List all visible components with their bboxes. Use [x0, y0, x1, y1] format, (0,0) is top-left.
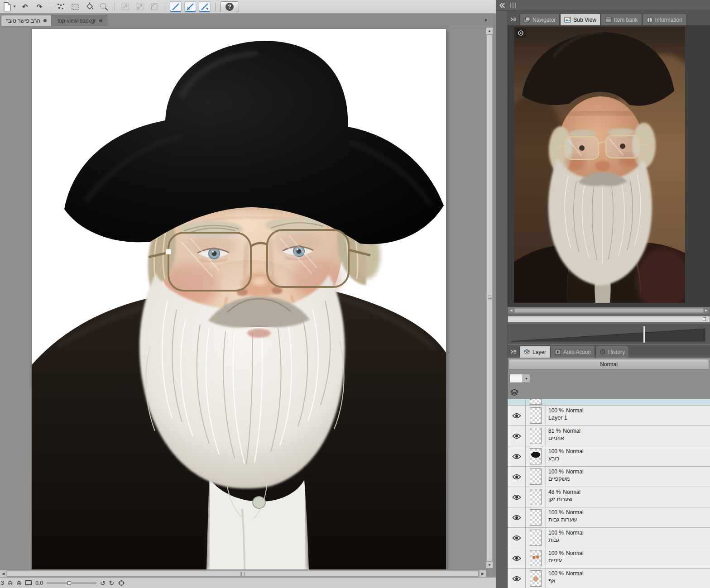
layer-name: משקפיים — [548, 475, 708, 483]
layer-row[interactable]: 81 %Normal אוזניים — [508, 426, 710, 446]
visibility-toggle[interactable] — [508, 569, 526, 588]
reset-view-icon[interactable] — [118, 579, 125, 587]
collapse-panel-button[interactable] — [498, 1, 507, 10]
magic-wand-button[interactable] — [98, 1, 110, 12]
layer-color-swatch[interactable] — [509, 374, 523, 383]
subview-scroll-thumb[interactable] — [514, 308, 704, 313]
tab-item-bank[interactable]: Item bank — [601, 14, 642, 25]
portrait-artwork — [32, 29, 446, 569]
slider-handle[interactable] — [67, 581, 71, 585]
undo-button[interactable]: ↶ — [19, 1, 31, 12]
visibility-toggle[interactable] — [508, 507, 526, 527]
scroll-down-arrow[interactable]: ▼ — [486, 562, 493, 568]
visibility-toggle[interactable] — [508, 467, 526, 487]
layer-row[interactable]: 100 %Normal Layer 1 — [508, 406, 710, 426]
slider-handle[interactable] — [703, 317, 706, 321]
snap-ruler-button[interactable] — [170, 1, 182, 12]
doc-tab-rav-fisher[interactable]: *הרב פישר טוב — [1, 15, 52, 26]
subview-zoom-slider[interactable] — [508, 324, 710, 344]
visibility-toggle[interactable] — [508, 399, 526, 405]
tab-auto-action[interactable]: Auto Action — [551, 346, 595, 358]
tab-history[interactable]: History — [595, 346, 629, 358]
panel-menu-button[interactable] — [509, 14, 518, 24]
tab-navigator[interactable]: Navigator — [519, 14, 560, 25]
panel-drag-grip[interactable] — [510, 3, 517, 8]
snap-perspective-icon — [186, 2, 195, 11]
layer-thumbnail[interactable] — [530, 448, 542, 464]
tab-indicator-dot[interactable] — [99, 19, 102, 22]
canvas-horizontal-scrollbar[interactable]: ◀ ▶ — [0, 569, 486, 577]
visibility-toggle[interactable] — [508, 426, 526, 446]
zoom-in-icon[interactable]: ⊕ — [16, 580, 22, 586]
layer-thumbnail[interactable] — [530, 468, 542, 485]
layer-row[interactable]: 100 %Normal אף — [508, 569, 710, 588]
layer-row[interactable]: 100 %Normal עיניים — [508, 548, 710, 569]
subview-pin-button[interactable] — [516, 28, 526, 38]
tab-indicator-dot[interactable] — [43, 19, 47, 22]
visibility-toggle[interactable] — [508, 528, 526, 548]
layer-row[interactable]: 100 %Normal שערות גבות — [508, 507, 710, 528]
pixel-dots-button[interactable] — [55, 1, 67, 12]
fill-bucket-button[interactable] — [84, 1, 96, 12]
layer-thumbnail[interactable] — [530, 530, 542, 546]
tab-list-button[interactable]: ▼ — [482, 17, 489, 24]
layer-row[interactable]: 100 %Normal כובע — [508, 446, 710, 467]
blend-mode-select[interactable]: Normal — [509, 359, 709, 370]
layer-thumbnail[interactable] — [530, 428, 542, 444]
scroll-right-arrow[interactable]: ▶ — [480, 570, 486, 577]
rotate-left-icon[interactable]: ↺ — [100, 580, 106, 586]
layer-thumbnail[interactable] — [530, 550, 542, 566]
rotate-transform-button[interactable] — [149, 1, 160, 12]
snap-special-ruler-button[interactable] — [199, 1, 211, 12]
tab-label: Information — [655, 17, 682, 23]
scroll-left-arrow[interactable]: ◀ — [509, 308, 514, 313]
layer-name: Layer 1 — [548, 414, 708, 422]
blend-mode-row: Normal — [508, 358, 710, 371]
double-chevron-left-icon — [499, 3, 505, 8]
layer-row[interactable]: 48 %Normal שערות זקן — [508, 487, 710, 507]
rotation-slider[interactable] — [47, 580, 96, 586]
scale-button[interactable] — [134, 1, 146, 12]
layer-opacity: 100 % — [548, 570, 564, 577]
zoom-out-icon[interactable]: ⊖ — [8, 580, 13, 586]
select-area-icon — [71, 2, 80, 11]
tab-information[interactable]: Information — [643, 14, 686, 25]
subview-position-slider[interactable] — [508, 316, 710, 322]
layer-thumbnail[interactable] — [530, 509, 542, 526]
visibility-toggle[interactable] — [508, 446, 526, 466]
fit-screen-icon[interactable] — [25, 580, 32, 585]
help-button[interactable]: ? — [220, 1, 239, 12]
doc-tab-top-view[interactable]: top-view-backgr — [53, 15, 107, 26]
layer-stack-icon[interactable] — [510, 389, 518, 396]
layer-row[interactable]: 100 %Normal משקפיים — [508, 467, 710, 487]
scroll-up-arrow[interactable]: ▲ — [486, 28, 493, 34]
layer-thumbnail[interactable] — [530, 489, 542, 505]
reference-photo[interactable] — [514, 26, 685, 303]
select-area-button[interactable] — [69, 1, 81, 12]
snap-perspective-button[interactable] — [184, 1, 196, 12]
layer-thumbnail[interactable] — [530, 407, 542, 424]
tab-layer[interactable]: Layer — [519, 346, 550, 358]
vertical-scroll-thumb[interactable] — [487, 34, 492, 561]
visibility-toggle[interactable] — [508, 406, 526, 425]
redo-button[interactable]: ↷ — [34, 1, 45, 12]
visibility-toggle[interactable] — [508, 548, 526, 568]
tab-sub-view[interactable]: Sub View — [560, 14, 600, 25]
visibility-toggle[interactable] — [508, 487, 526, 507]
scroll-right-arrow[interactable]: ▶ — [704, 308, 709, 313]
canvas-vertical-scrollbar[interactable]: ▲ ▼ — [486, 27, 493, 569]
transform-button[interactable] — [120, 1, 131, 12]
palette-menu-button[interactable] — [509, 347, 518, 357]
layer-row[interactable]: 100 %Normal גבות — [508, 528, 710, 548]
scroll-left-arrow[interactable]: ◀ — [0, 570, 6, 577]
new-file-button[interactable]: ▼ — [3, 1, 16, 12]
rotate-right-icon[interactable]: ↻ — [109, 580, 115, 586]
layer-opacity: 100 % — [548, 448, 564, 454]
document-canvas[interactable] — [32, 29, 446, 569]
horizontal-scroll-thumb[interactable] — [7, 571, 479, 577]
layer-row-selected-partial[interactable] — [508, 399, 710, 406]
layer-color-dropdown[interactable]: ▼ — [523, 374, 530, 383]
subview-scrollbar[interactable]: ◀ ▶ — [508, 307, 710, 314]
layer-thumbnail[interactable] — [530, 570, 542, 587]
layer-thumbnail[interactable] — [530, 399, 542, 405]
